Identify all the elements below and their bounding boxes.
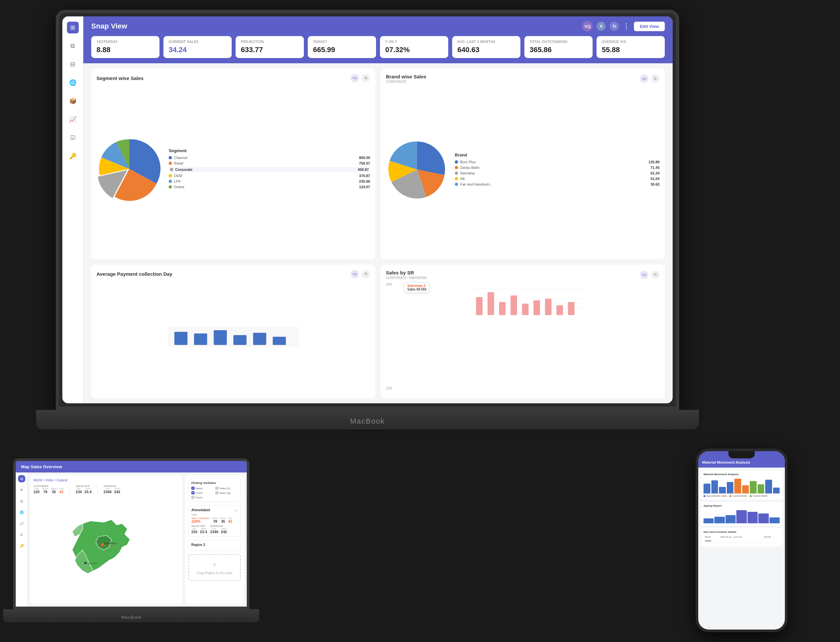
drag-region-area[interactable]: + Drag Region to this area — [188, 554, 241, 581]
map-sidebar-list[interactable]: ☑ — [18, 531, 25, 538]
sidebar-icon-chart[interactable]: 📈 — [67, 113, 79, 125]
kpi-projection: PROJECTION 633.77 — [236, 36, 304, 58]
edit-view-button[interactable]: Edit View — [634, 22, 665, 31]
sales-sr-card: Sales by SR CORPORATE / NAVRATNA VQ ↻ — [381, 264, 665, 398]
check-sales-v-label: Sales (V) — [219, 487, 230, 490]
age-bar-6 — [758, 514, 769, 523]
sidebar-icon-grid[interactable]: ⊞ — [67, 22, 79, 34]
check-name[interactable]: ✓ Name — [191, 486, 214, 490]
map-app-header: Map Sales Overview — [16, 461, 247, 472]
bar-10 — [773, 488, 780, 493]
check-sales-q[interactable]: Sales (Q) — [215, 491, 238, 494]
ahmedabad-billed: Billed 35 — [220, 517, 226, 523]
legend-boro-plus: Boro Plus 125.89 — [455, 160, 660, 164]
region-marker[interactable] — [84, 562, 86, 564]
svg-text:Count: 38/70: Count: 38/70 — [104, 545, 115, 547]
legend-curr-month2: Current Month — [750, 495, 767, 497]
selected-stats: Selected Qty 234 Value 23.4 — [76, 485, 91, 494]
curr-month2-dot — [750, 495, 752, 497]
svg-rect-16 — [545, 299, 552, 315]
kpi-yony: Y ON Y 07.32% — [380, 36, 448, 58]
sel-val-label: Value — [85, 488, 91, 490]
cell-empty1 — [720, 539, 762, 543]
segment-chart-title: Segment wise Sales — [96, 75, 143, 81]
legend-oem: OEM 370.87 — [169, 174, 370, 178]
gujarat-map-visual: .region { stroke: #fff; stroke-width: 1.… — [34, 496, 179, 601]
header-refresh-btn[interactable]: ↻ — [610, 22, 619, 31]
oem-value: 370.87 — [359, 174, 370, 178]
svg-rect-11 — [487, 292, 494, 315]
kpi-current-sales: CURRENT SALES 34.24 — [163, 36, 232, 58]
col-name: Name — [704, 535, 719, 538]
boro-name: Boro Plus — [460, 160, 476, 164]
ahmedabad-marker[interactable] — [101, 543, 104, 546]
sidebar-icon-layers[interactable]: ⊟ — [67, 58, 79, 70]
segment-refresh[interactable]: ↻ — [362, 74, 370, 82]
map-sidebar-key[interactable]: 🔑 — [18, 542, 25, 549]
sales-sr-controls: VQ ↻ — [640, 271, 660, 279]
check-name-box: ✓ — [191, 486, 195, 490]
header-more-btn[interactable]: ⋮ — [623, 22, 630, 31]
legend-corporate: Corporate 450.87 — [169, 167, 370, 172]
bar-1 — [704, 484, 710, 493]
ahmedabad-info-icon[interactable]: ⓘ — [235, 509, 238, 513]
map-body: ⊞ ⧉ ⊟ 🌐 📈 ☑ 🔑 World > India > Gujarat — [16, 472, 247, 606]
map-main: World > India > Gujarat Customer Total 1… — [30, 475, 182, 604]
legend-channel: Channel 800.00 — [169, 156, 370, 160]
sales-sr-avatar[interactable]: VQ — [640, 271, 648, 279]
region2-name: Region 2 — [191, 543, 238, 546]
retail-dot — [169, 162, 172, 165]
sidebar-icon-list[interactable]: ☑ — [67, 132, 79, 144]
app-container: ⊞ ⧉ ⊟ 🌐 📦 📈 ☑ 🔑 Snap View — [62, 16, 673, 403]
material-bar-chart — [704, 477, 780, 493]
map-sidebar-copy[interactable]: ⧉ — [18, 486, 25, 493]
ahmedabad-selected: Selected Qty 234 Value — [191, 525, 207, 534]
sidebar: ⊞ ⧉ ⊟ 🌐 📦 📈 ☑ 🔑 — [62, 16, 83, 403]
avg-payment-controls: VQ ↻ — [351, 270, 370, 278]
drag-plus-icon: + — [212, 560, 217, 569]
cell-naro: NARO — [704, 539, 719, 543]
brand-refresh[interactable]: ↻ — [651, 75, 660, 83]
selected-row: Qty 234 Value 23.4 — [76, 488, 91, 494]
macbook-small-label: MacBook — [121, 615, 141, 620]
segment-avatar-vq[interactable]: VQ — [351, 74, 359, 82]
sidebar-icon-globe[interactable]: 🌐 — [67, 77, 79, 89]
macbook-small-screen: Map Sales Overview ⊞ ⧉ ⊟ 🌐 📈 ☑ 🔑 — [13, 459, 249, 609]
region2-card: Region 2 — [188, 540, 241, 551]
sales-sr-content: 200 150 Salesman 2 Sales 68.566 — [386, 282, 660, 393]
ageing-title: Ageing Report — [704, 504, 780, 507]
map-sidebar-grid[interactable]: ⊞ — [18, 475, 25, 482]
brand-chart-content: Brand Boro Plus 125.89 Zandu Balm 71.45 — [386, 86, 660, 254]
billed-label: Billed — [51, 488, 57, 490]
segment-chart-header: Segment wise Sales VQ ↻ — [96, 74, 370, 82]
map-sidebar-chart[interactable]: 📈 — [18, 520, 25, 527]
material-legend: Avg 3 Months Sales Current Month Current… — [704, 495, 780, 497]
lost-label: Lost — [59, 488, 63, 490]
brand-legend-title: Brand — [455, 152, 660, 157]
plotting-card: Plotting Varibales ✓ Name Sales (V) — [188, 478, 241, 502]
macbook-small: Map Sales Overview ⊞ ⧉ ⊟ 🌐 📈 ☑ 🔑 — [13, 459, 249, 623]
sidebar-icon-copy[interactable]: ⧉ — [67, 40, 79, 52]
drag-region-text: Drag Region to this area — [197, 571, 232, 575]
svg-rect-15 — [533, 300, 540, 315]
zandu-value: 71.45 — [650, 165, 660, 170]
avg-payment-refresh[interactable]: ↻ — [362, 270, 370, 278]
svg-rect-13 — [510, 295, 517, 315]
zandu-name: Zandu Balm — [460, 165, 479, 170]
sidebar-icon-key[interactable]: 🔑 — [67, 150, 79, 162]
sales-sr-refresh[interactable]: ↻ — [651, 271, 660, 279]
sel-val-value: 23.4 — [84, 490, 91, 494]
curr-month2-label: Current Month — [753, 495, 767, 497]
check-trend[interactable]: Trend — [191, 496, 214, 499]
corporate-dot — [170, 168, 173, 171]
brand-avatar-vq[interactable]: VQ — [640, 75, 648, 83]
check-count[interactable]: ✓ Count — [191, 491, 214, 494]
map-sidebar-layers[interactable]: ⊟ — [18, 498, 25, 504]
avg-payment-avatar[interactable]: VQ — [351, 270, 359, 278]
map-sidebar-globe[interactable]: 🌐 — [18, 509, 25, 516]
check-count-label: Count — [195, 491, 203, 494]
check-sales-v[interactable]: Sales (V) — [215, 486, 238, 490]
map-app: Map Sales Overview ⊞ ⧉ ⊟ 🌐 📈 ☑ 🔑 — [16, 461, 247, 606]
sel-qty-label: Qty — [77, 488, 81, 490]
sidebar-icon-box[interactable]: 📦 — [67, 95, 79, 107]
